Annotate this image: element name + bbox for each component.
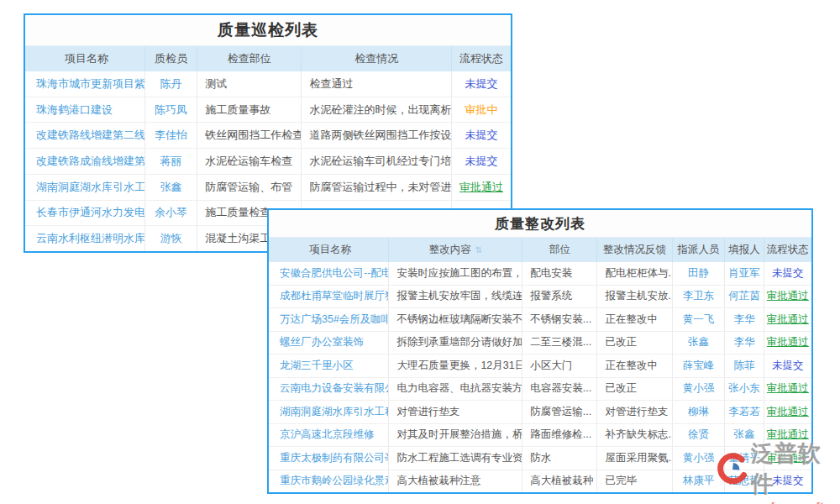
link-cell[interactable]: 林康平	[673, 470, 726, 493]
status-cell[interactable]: 审批通过	[764, 332, 811, 354]
column-header: 填报人	[725, 238, 764, 262]
text-cell: 检查通过	[302, 71, 452, 97]
link-cell[interactable]: 云南水利枢纽潜明水库...	[25, 226, 145, 251]
text-cell: 高大植被栽种注意	[389, 470, 522, 493]
table-row: 珠海鹤港口建设陈巧凤施工质量事故水泥砼灌注的时候，出现离析现象审批中	[25, 97, 511, 123]
column-header-label: 流程状态	[767, 243, 809, 257]
status-cell[interactable]: 审批通过	[764, 308, 811, 331]
column-header-label: 填报人	[728, 243, 760, 257]
link-cell[interactable]: 蒋丽	[145, 149, 197, 174]
status-cell[interactable]: 审批通过	[764, 424, 811, 447]
link-cell[interactable]: 黄小强	[673, 447, 726, 470]
text-cell: 测试	[197, 71, 302, 97]
column-header[interactable]: 整改内容⇅	[389, 238, 522, 262]
text-cell: 报警主机安放牢固，线缆连接...	[389, 286, 522, 308]
link-cell[interactable]: 珠海鹤港口建设	[25, 97, 145, 123]
table-row: 京沪高速北京段维修对其及时开展整治措施，桥头...路面维修检...补齐缺失标志.…	[269, 424, 811, 448]
link-cell[interactable]: 黄一飞	[673, 308, 726, 331]
link-cell[interactable]: 张小东	[725, 378, 764, 401]
link-cell[interactable]: 珠海市城市更新项目紫...	[25, 71, 145, 97]
column-header: 检查情况	[302, 46, 452, 71]
text-cell: 高大植被栽种	[522, 470, 597, 493]
status-cell[interactable]: 审批通过	[764, 378, 811, 401]
status-cell[interactable]: 审批通过	[764, 286, 811, 308]
link-cell[interactable]: 何芷茵	[725, 286, 764, 308]
text-cell: 正在整改中	[597, 308, 672, 331]
link-cell[interactable]: 陈菲	[725, 354, 764, 377]
text-cell: 水泥砼运输车检查	[197, 149, 302, 174]
link-cell[interactable]: 改建铁路成渝线增建第...	[25, 149, 145, 174]
link-cell[interactable]: 肖亚军	[725, 262, 764, 285]
text-cell: 电力电容器、电抗器安装方案,...	[389, 378, 522, 401]
link-cell[interactable]: 张鑫	[673, 332, 726, 354]
link-cell[interactable]: 万达广场35#会所及咖啡厅空...	[269, 308, 389, 331]
link-cell[interactable]: 李若若	[725, 401, 764, 423]
text-cell: 配电安装	[522, 262, 597, 285]
table-row: 安徽合肥供电公司--配电设备...安装时应按施工图的布置，将...配电安装配电柜…	[269, 262, 811, 286]
link-cell[interactable]: 湖南洞庭湖水库引水工程施工标	[269, 401, 389, 423]
text-cell: 二至三楼混...	[522, 332, 597, 354]
text-cell: 路面维修检...	[522, 424, 597, 447]
link-cell[interactable]: 田静	[673, 262, 726, 285]
link-cell[interactable]: 范思哲	[725, 470, 764, 493]
column-header: 质检员	[145, 46, 197, 71]
link-cell[interactable]: 京沪高速北京段维修	[269, 424, 389, 447]
link-cell[interactable]: 安徽合肥供电公司--配电设备...	[269, 262, 389, 285]
column-header: 部位	[522, 238, 597, 262]
link-cell[interactable]: 改建铁路线增建第二线...	[25, 123, 145, 148]
text-cell: 防水工程施工选调有专业资质...	[389, 447, 522, 470]
text-cell: 水泥砼灌注的时候，出现离析现象	[302, 97, 452, 123]
column-header-label: 项目名称	[309, 243, 351, 257]
text-cell: 对其及时开展整治措施，桥头...	[389, 424, 522, 447]
text-cell: 补齐缺失标志...	[597, 424, 672, 447]
link-cell[interactable]: 李华	[725, 332, 764, 354]
table-row: 湖南洞庭湖水库引水工...张鑫防腐管运输、布管防腐管运输过程中，未对管进行...…	[25, 175, 511, 201]
link-cell[interactable]: 湖南洞庭湖水库引水工...	[25, 175, 145, 200]
table-row: 重庆太极制药有限公司亳州中...防水工程施工选调有专业资质...防水屋面采用聚氨…	[269, 447, 811, 470]
link-cell[interactable]: 张鑫	[725, 424, 764, 447]
table-row: 改建铁路线增建第二线...李佳怡铁丝网围挡工作检查道路两侧铁丝网围挡工作按设计.…	[25, 123, 511, 149]
link-cell[interactable]: 李华	[725, 308, 764, 331]
link-cell[interactable]: 徐贤	[673, 424, 726, 447]
column-header-label: 流程状态	[459, 51, 503, 66]
text-cell: 报警系统	[522, 286, 597, 308]
link-cell[interactable]: 重庆太极制药有限公司亳州中...	[269, 447, 389, 470]
link-cell[interactable]: 余小琴	[145, 201, 197, 226]
link-cell[interactable]: 李卫东	[673, 286, 726, 308]
link-cell[interactable]: 成都杜甫草堂临时展厅独立展...	[269, 286, 389, 308]
text-cell: 防腐管运输、布管	[197, 175, 302, 200]
text-cell: 拆除到承重墙部分请做好加固...	[389, 332, 522, 354]
status-cell[interactable]: 审批通过	[764, 447, 811, 470]
link-cell[interactable]: 云南电力设备安装有限公司20...	[269, 378, 389, 401]
text-cell: 已改正	[597, 332, 672, 354]
link-cell[interactable]: 长春市伊通河水力发电...	[25, 201, 145, 226]
link-cell[interactable]: 龙湖三千里小区	[269, 354, 389, 377]
link-cell[interactable]: 李佳怡	[145, 123, 197, 148]
watermark-url-text: www.fanpusoft.com	[741, 500, 840, 504]
column-header-label: 检查部位	[228, 51, 271, 66]
table-row: 湖南洞庭湖水库引水工程施工标对管进行垫支防腐管运输...对管进行垫支柳琳李若若审…	[269, 401, 811, 424]
status-cell: 审批中	[452, 97, 511, 123]
rectification-table-header: 项目名称整改内容⇅部位整改情况反馈指派人员填报人流程状态	[269, 237, 811, 262]
link-cell[interactable]: 重庆市鹅岭公园绿化景观提升...	[269, 470, 389, 493]
link-cell[interactable]: 薛宝峰	[673, 354, 726, 377]
rectification-table-body: 安徽合肥供电公司--配电设备...安装时应按施工图的布置，将...配电安装配电柜…	[269, 262, 811, 492]
link-cell[interactable]: 董清平	[725, 447, 764, 470]
link-cell[interactable]: 陈巧凤	[145, 97, 197, 123]
link-cell[interactable]: 陈丹	[145, 71, 197, 97]
table-row: 改建铁路成渝线增建第...蒋丽水泥砼运输车检查水泥砼运输车司机经过专门培训...…	[25, 149, 511, 175]
sort-icon[interactable]: ⇅	[475, 245, 482, 255]
link-cell[interactable]: 螺丝厂办公室装饰	[269, 332, 389, 354]
column-header: 指派人员	[673, 238, 726, 262]
column-header-label: 部位	[549, 243, 570, 257]
link-cell[interactable]: 柳琳	[673, 401, 726, 423]
status-cell[interactable]: 审批通过	[452, 175, 511, 200]
link-cell[interactable]: 张鑫	[145, 175, 197, 200]
status-cell[interactable]: 审批通过	[764, 401, 811, 423]
link-cell[interactable]: 黄小强	[673, 378, 726, 401]
text-cell: 屋面采用聚氨...	[597, 447, 672, 470]
link-cell[interactable]: 游恢	[145, 226, 197, 251]
status-cell: 未提交	[452, 71, 511, 97]
column-header: 项目名称	[25, 46, 145, 71]
column-header: 项目名称	[269, 238, 389, 262]
